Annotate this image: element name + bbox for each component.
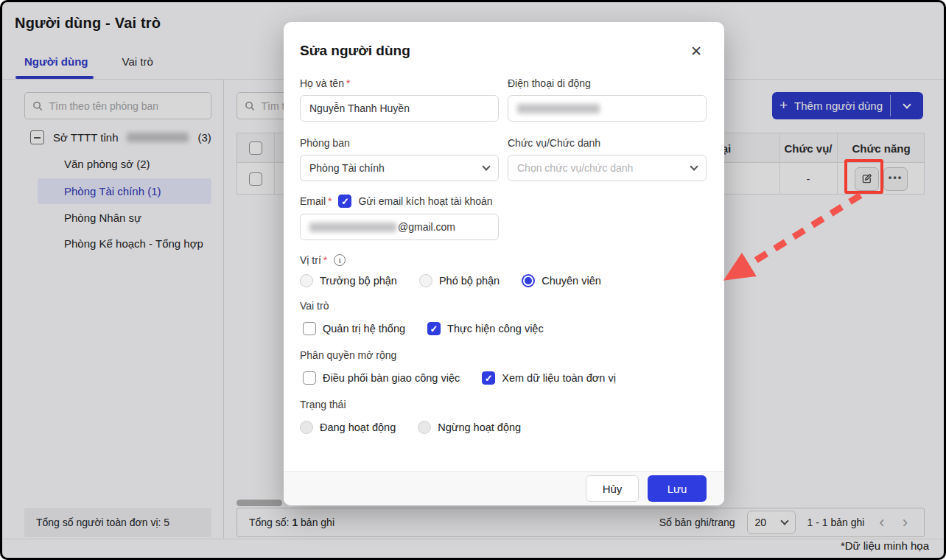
annotation-arrow <box>695 186 872 297</box>
vitri-label: Vị trí* <box>300 254 327 266</box>
position-label: Chức vụ/Chức danh <box>508 137 707 149</box>
modal-title: Sửa người dùng <box>300 43 410 59</box>
redacted-phone <box>517 104 600 113</box>
save-button[interactable]: Lưu <box>648 475 707 502</box>
send-activation-checkbox[interactable]: ✓ <box>338 195 351 208</box>
watermark-note: *Dữ liệu minh họa <box>841 539 929 552</box>
position-select[interactable]: Chọn chức vụ/chức danh <box>508 155 707 181</box>
checkbox-thuc-hien-cong-viec[interactable]: ✓Thực hiện công việc <box>427 322 544 335</box>
name-label: Họ và tên* <box>300 77 499 89</box>
checkbox-quan-tri-he-thong[interactable]: Quản trị hệ thống <box>303 322 405 335</box>
radio-ngung-hoat-dong[interactable]: Ngừng hoạt động <box>418 421 521 434</box>
email-field[interactable]: @gmail.com <box>300 214 499 240</box>
phone-label: Điện thoại di động <box>508 77 707 89</box>
checkbox-xem-du-lieu-toan-don-vi[interactable]: ✓Xem dữ liệu toàn đơn vị <box>482 371 616 385</box>
info-icon[interactable]: i <box>334 254 346 266</box>
send-activation-label: Gửi email kích hoạt tài khoản <box>358 195 492 207</box>
ext-permission-label: Phân quyền mở rộng <box>300 349 707 361</box>
radio-truong-bo-phan[interactable]: Trưởng bộ phận <box>300 274 397 287</box>
status-label: Trạng thái <box>300 399 707 410</box>
modal-footer: Hủy Lưu <box>284 471 724 505</box>
chevron-down-icon <box>482 162 490 170</box>
name-field[interactable]: Nguyễn Thanh Huyền <box>300 95 499 122</box>
checkbox-dieu-phoi-ban-giao[interactable]: Điều phối bàn giao công việc <box>303 371 460 385</box>
app-window: Người dùng - Vai trò Người dùng Vai trò … <box>0 0 946 560</box>
email-label: Email* <box>300 195 332 207</box>
cancel-button[interactable]: Hủy <box>586 475 639 502</box>
phone-field[interactable] <box>508 95 707 122</box>
role-label: Vai trò <box>300 300 707 312</box>
department-label: Phòng ban <box>300 137 499 149</box>
department-select[interactable]: Phòng Tài chính <box>300 155 499 181</box>
redacted-email-prefix <box>309 223 396 232</box>
radio-chuyen-vien[interactable]: Chuyên viên <box>522 274 601 287</box>
edit-user-modal: Sửa người dùng ✕ Họ và tên* Điện thoại d… <box>284 22 724 505</box>
radio-dang-hoat-dong[interactable]: Đang hoạt động <box>300 421 396 434</box>
close-icon[interactable]: ✕ <box>686 43 707 60</box>
radio-pho-bo-phan[interactable]: Phó bộ phận <box>419 274 500 287</box>
chevron-down-icon <box>690 162 698 170</box>
